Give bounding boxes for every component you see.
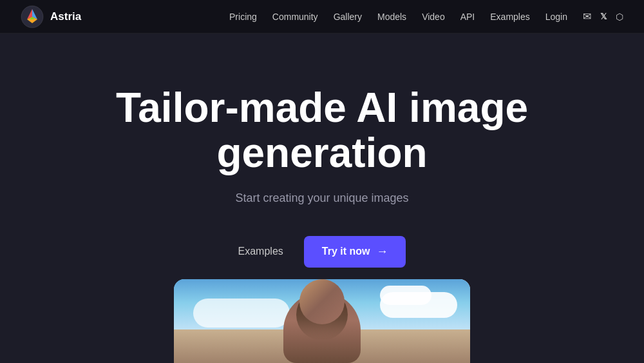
nav-gallery[interactable]: Gallery bbox=[334, 12, 362, 22]
nav-community[interactable]: Community bbox=[272, 12, 318, 22]
navbar: Astria Pricing Community Gallery Models … bbox=[0, 0, 644, 34]
try-button-label: Try it now bbox=[322, 246, 370, 257]
twitter-icon[interactable]: 𝕏 bbox=[600, 12, 607, 21]
hero-title: Tailor-made AI image generation bbox=[97, 85, 547, 176]
cta-row: Examples Try it now → bbox=[238, 236, 406, 268]
discord-icon[interactable]: ⬡ bbox=[616, 12, 623, 22]
hero-subtitle: Start creating your unique images bbox=[235, 191, 408, 205]
brand-name: Astria bbox=[50, 10, 81, 23]
email-icon[interactable]: ✉ bbox=[583, 10, 591, 23]
astria-logo-icon bbox=[21, 5, 44, 28]
cloud-left bbox=[193, 299, 290, 328]
preview-image-container bbox=[174, 279, 470, 363]
nav-models[interactable]: Models bbox=[377, 12, 406, 22]
person-body bbox=[283, 292, 361, 363]
try-button-arrow: → bbox=[376, 245, 388, 259]
preview-image bbox=[174, 279, 470, 363]
examples-link[interactable]: Examples bbox=[238, 246, 283, 257]
nav-video[interactable]: Video bbox=[422, 12, 445, 22]
nav-examples[interactable]: Examples bbox=[490, 12, 529, 22]
cloud-right-small bbox=[380, 286, 431, 305]
navbar-links: Pricing Community Gallery Models Video A… bbox=[229, 10, 623, 23]
nav-social-icons: ✉ 𝕏 ⬡ bbox=[583, 10, 623, 23]
try-it-now-button[interactable]: Try it now → bbox=[304, 236, 406, 268]
nav-pricing[interactable]: Pricing bbox=[229, 12, 257, 22]
navbar-brand: Astria bbox=[21, 5, 81, 28]
nav-api[interactable]: API bbox=[460, 12, 475, 22]
main-content: Tailor-made AI image generation Start cr… bbox=[0, 34, 644, 363]
person-head bbox=[299, 279, 345, 324]
nav-login[interactable]: Login bbox=[545, 12, 567, 22]
